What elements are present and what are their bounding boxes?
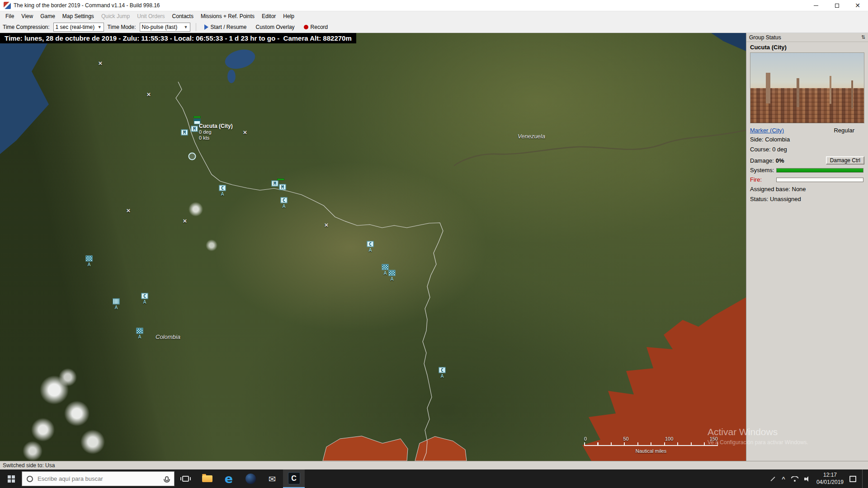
group-status-header: Group Status ⇅ (746, 33, 868, 42)
contact-mark[interactable]: × (147, 90, 151, 98)
scale-tick: 0 (584, 436, 587, 441)
record-icon (304, 25, 308, 29)
map-unit-grid[interactable]: A (113, 299, 120, 310)
blue-app-button[interactable] (240, 469, 261, 488)
panel-collapse-icon[interactable]: ⇅ (861, 34, 865, 40)
action-center-icon[interactable] (849, 476, 856, 482)
contact-mark[interactable]: × (183, 217, 187, 225)
scale-ruler (584, 442, 718, 446)
map-unit-m[interactable]: M (181, 130, 188, 136)
map-unit-c[interactable]: CA (219, 185, 226, 197)
title-bar: The king of the border 2019 - Command v1… (0, 0, 868, 11)
play-icon (204, 24, 208, 30)
windows-logo-icon (8, 475, 11, 479)
time-compression-select[interactable]: 1 sec (real-time) ▼ (53, 23, 104, 32)
group-status-title: Group Status (749, 34, 781, 41)
search-input[interactable] (37, 475, 161, 483)
time-compression-label: Time Compression: (3, 24, 50, 30)
unit-symbol-icon: M (191, 126, 198, 132)
command-app-icon (288, 472, 300, 484)
task-view-button[interactable] (175, 469, 196, 488)
map-unit-hatch[interactable]: A (137, 328, 143, 339)
time-mode-select[interactable]: No-pulse (fast) ▼ (140, 23, 190, 32)
search-icon (27, 476, 33, 482)
menu-game[interactable]: Game (37, 12, 59, 20)
maximize-button[interactable] (826, 0, 847, 11)
contact-mark[interactable]: × (325, 221, 329, 229)
window-title: The king of the border 2019 - Command v1… (14, 2, 160, 9)
unit-tag-label: A (138, 334, 142, 339)
file-explorer-button[interactable] (196, 469, 218, 488)
menu-contacts[interactable]: Contacts (169, 12, 197, 20)
record-button[interactable]: Record (301, 23, 331, 31)
damage-ctrl-button[interactable]: Damage Ctrl (826, 156, 864, 164)
taskbar-search[interactable] (22, 471, 175, 486)
chevron-down-icon: ▼ (98, 25, 102, 29)
menu-missions-ref-points[interactable]: Missions + Ref. Points (197, 12, 258, 20)
map-unit-hatch[interactable]: A (382, 264, 389, 276)
taskbar-clock[interactable]: 12:17 04/01/2019 (816, 472, 844, 486)
unit-tag-label: A (441, 374, 444, 379)
unit-symbol-icon: C (219, 185, 226, 191)
contact-mark[interactable]: × (127, 206, 131, 214)
fire-bar (776, 178, 863, 182)
menu-view[interactable]: View (18, 12, 37, 20)
start-resume-label: Start / Resume (211, 24, 247, 30)
region-label-venezuela: Venezuela (518, 133, 545, 140)
map-unit-hatch[interactable]: A (389, 270, 396, 282)
map-unit-c[interactable]: CA (281, 197, 288, 209)
pen-icon[interactable] (771, 476, 776, 481)
menu-file[interactable]: File (2, 12, 18, 20)
app-icon (4, 2, 11, 9)
contact-mark[interactable]: × (99, 59, 103, 67)
hidden-icons-chevron[interactable]: ^ (782, 475, 785, 482)
map-unit-hatch[interactable]: A (86, 256, 93, 267)
close-button[interactable]: ✕ (847, 0, 868, 11)
custom-overlay-button[interactable]: Custom Overlay (253, 23, 297, 31)
show-desktop-button[interactable] (862, 469, 864, 488)
menu-editor[interactable]: Editor (258, 12, 279, 20)
mail-button[interactable] (261, 469, 283, 488)
map-unit-c[interactable]: CA (142, 293, 148, 305)
start-button[interactable] (0, 469, 22, 488)
map-unit-hbar[interactable] (277, 178, 284, 180)
map-unit-m[interactable]: M (272, 181, 278, 187)
maximize-icon (835, 4, 839, 8)
microphone-icon[interactable] (165, 476, 169, 481)
proficiency-label: Regular (834, 127, 864, 134)
minimize-icon (814, 5, 818, 6)
toolbar: Time Compression: 1 sec (real-time) ▼ Ti… (0, 21, 868, 33)
map-unit-c[interactable]: CA (439, 367, 446, 379)
water-region (711, 33, 746, 51)
marker-type-link[interactable]: Marker (City) (750, 127, 784, 134)
minimize-button[interactable] (806, 0, 826, 11)
time-compression-value: 1 sec (real-time) (56, 24, 95, 30)
group-status-panel: Group Status ⇅ Cucuta (City) Marker (Cit… (746, 33, 868, 461)
map-unit-m[interactable]: M (279, 184, 286, 190)
network-icon[interactable] (791, 476, 798, 482)
map-unit-m[interactable]: M (191, 126, 198, 132)
unit-tag-label: A (143, 300, 146, 305)
unit-symbol-icon (86, 256, 93, 262)
map-scale-bar: 050100150 Nautical miles (584, 436, 718, 454)
start-resume-button[interactable]: Start / Resume (202, 23, 250, 31)
custom-overlay-label: Custom Overlay (256, 24, 295, 30)
map-canvas[interactable]: Time: lunes, 28 de octubre de 2019 - Zul… (0, 33, 746, 461)
menu-map-settings[interactable]: Map Settings (59, 12, 98, 20)
scale-ticks: 050100150 (584, 436, 718, 441)
record-label: Record (311, 24, 328, 30)
unit-datablock-label: Cucuta (City) 0 deg 0 kts (199, 123, 233, 141)
volume-icon[interactable] (804, 476, 811, 482)
contact-mark[interactable]: × (243, 128, 247, 136)
map-unit-c[interactable]: CA (367, 241, 374, 253)
menu-help[interactable]: Help (279, 12, 298, 20)
unit-tag-label: A (384, 271, 387, 276)
unit-symbol-icon (189, 153, 196, 160)
command-app-button[interactable] (283, 469, 305, 488)
taskbar: ^ 12:17 04/01/2019 (0, 469, 868, 488)
clock-date: 04/01/2019 (816, 479, 844, 486)
map-unit-hbar[interactable] (193, 116, 201, 118)
edge-button[interactable] (218, 469, 240, 488)
scale-tick: 50 (623, 436, 628, 441)
map-unit-circle[interactable] (189, 153, 196, 160)
